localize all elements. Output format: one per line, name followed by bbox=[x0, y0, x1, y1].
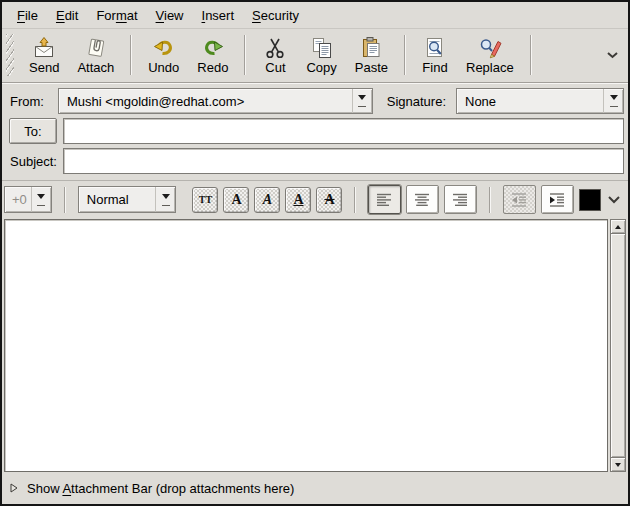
align-left-button[interactable] bbox=[368, 185, 401, 214]
message-body-editor[interactable] bbox=[4, 219, 608, 472]
expander-triangle-icon bbox=[10, 483, 18, 493]
toolbar-grip-handle[interactable] bbox=[6, 34, 14, 76]
format-toolbar: +0 Normal TT A A A A bbox=[2, 180, 628, 218]
to-input[interactable] bbox=[63, 118, 624, 144]
text-color-swatch bbox=[580, 190, 600, 210]
attach-icon bbox=[84, 36, 108, 60]
vertical-scrollbar bbox=[610, 219, 626, 472]
subject-input[interactable] bbox=[63, 148, 624, 174]
from-dropdown-arrow-icon bbox=[352, 89, 372, 113]
bold-button[interactable]: A bbox=[223, 187, 249, 213]
signature-value: None bbox=[457, 94, 603, 109]
signature-label: Signature: bbox=[387, 94, 446, 109]
redo-icon bbox=[201, 36, 225, 60]
from-value: Mushi <mgoldin@redhat.com> bbox=[59, 94, 352, 109]
attachment-bar-label: Show Attachment Bar (drop attachments he… bbox=[27, 481, 294, 496]
arrow-up-icon bbox=[615, 222, 621, 229]
cut-icon bbox=[263, 36, 287, 60]
font-size-dropdown-arrow-icon bbox=[31, 187, 51, 212]
menu-file[interactable]: File bbox=[8, 4, 47, 27]
replace-button[interactable]: Replace bbox=[457, 31, 523, 79]
align-right-icon bbox=[452, 193, 469, 207]
undo-button[interactable]: Undo bbox=[139, 31, 188, 79]
toolbar-separator bbox=[530, 35, 532, 75]
font-size-value: +0 bbox=[5, 192, 31, 207]
indent-icon bbox=[549, 193, 566, 207]
toolbar-separator bbox=[244, 35, 246, 75]
text-color-button[interactable] bbox=[579, 189, 601, 211]
align-center-icon bbox=[414, 193, 431, 207]
underline-button[interactable]: A bbox=[285, 187, 311, 213]
find-icon bbox=[423, 36, 447, 60]
strikethrough-button[interactable]: A bbox=[316, 187, 342, 213]
attach-button[interactable]: Attach bbox=[68, 31, 123, 79]
find-button[interactable]: Find bbox=[413, 31, 457, 79]
subject-label: Subject: bbox=[6, 154, 63, 169]
chevron-down-icon bbox=[607, 195, 621, 204]
align-left-icon bbox=[376, 193, 393, 207]
paragraph-style-value: Normal bbox=[79, 192, 155, 207]
typewriter-button[interactable]: TT bbox=[192, 187, 218, 213]
paste-button[interactable]: Paste bbox=[346, 31, 397, 79]
toolbar-separator bbox=[130, 35, 132, 75]
subject-row: Subject: bbox=[6, 148, 624, 174]
to-button[interactable]: To: bbox=[9, 118, 57, 144]
undo-icon bbox=[152, 36, 176, 60]
format-separator bbox=[489, 187, 491, 213]
main-toolbar: Send Attach Undo bbox=[2, 29, 628, 82]
toolbar-separator bbox=[404, 35, 406, 75]
font-size-select[interactable]: +0 bbox=[4, 186, 52, 213]
header-fields: From: Mushi <mgoldin@redhat.com> Signatu… bbox=[2, 84, 628, 180]
message-body-area bbox=[2, 218, 628, 472]
style-dropdown-arrow-icon bbox=[155, 187, 175, 212]
from-label: From: bbox=[6, 94, 58, 109]
redo-button[interactable]: Redo bbox=[188, 31, 237, 79]
copy-icon bbox=[310, 36, 334, 60]
unindent-button[interactable] bbox=[503, 185, 536, 214]
align-right-button[interactable] bbox=[444, 185, 477, 214]
menu-view[interactable]: View bbox=[147, 4, 193, 27]
indent-button[interactable] bbox=[541, 185, 574, 214]
italic-button[interactable]: A bbox=[254, 187, 280, 213]
chevron-down-icon bbox=[606, 51, 619, 59]
menu-format[interactable]: Format bbox=[87, 4, 146, 27]
scrollbar-thumb[interactable] bbox=[610, 234, 626, 457]
send-button[interactable]: Send bbox=[20, 31, 68, 79]
signature-dropdown-arrow-icon bbox=[603, 89, 623, 113]
menu-security[interactable]: Security bbox=[243, 4, 308, 27]
attachment-bar-toggle[interactable]: Show Attachment Bar (drop attachments he… bbox=[2, 472, 628, 504]
to-row: To: bbox=[6, 118, 624, 144]
format-separator bbox=[354, 187, 356, 213]
scroll-up-button[interactable] bbox=[610, 219, 626, 234]
from-row: From: Mushi <mgoldin@redhat.com> Signatu… bbox=[6, 88, 624, 114]
signature-select[interactable]: None bbox=[456, 88, 624, 114]
from-select[interactable]: Mushi <mgoldin@redhat.com> bbox=[58, 88, 373, 114]
copy-button[interactable]: Copy bbox=[297, 31, 345, 79]
toolbar-overflow-button[interactable] bbox=[602, 40, 622, 70]
format-separator bbox=[64, 187, 66, 213]
align-center-button[interactable] bbox=[406, 185, 439, 214]
paste-icon bbox=[359, 36, 383, 60]
menu-insert[interactable]: Insert bbox=[193, 4, 244, 27]
replace-icon bbox=[478, 36, 502, 60]
mail-composer-window: File Edit Format View Insert Security Se… bbox=[0, 0, 630, 506]
arrow-down-icon bbox=[615, 463, 621, 470]
send-icon bbox=[32, 36, 56, 60]
paragraph-style-select[interactable]: Normal bbox=[78, 186, 176, 213]
unindent-icon bbox=[511, 193, 528, 207]
scroll-down-button[interactable] bbox=[610, 457, 626, 472]
cut-button[interactable]: Cut bbox=[253, 31, 297, 79]
format-overflow-button[interactable] bbox=[606, 185, 622, 215]
menu-edit[interactable]: Edit bbox=[47, 4, 87, 27]
menu-bar: File Edit Format View Insert Security bbox=[2, 2, 628, 29]
